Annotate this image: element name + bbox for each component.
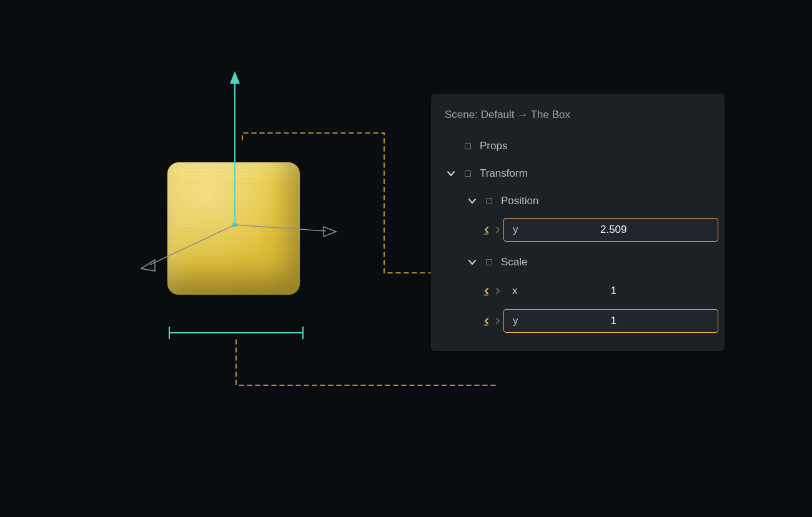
input-scale-y[interactable]: y 1 <box>503 309 718 333</box>
property-position-y: y 2.509 <box>437 215 718 245</box>
group-position[interactable]: Position <box>437 187 718 215</box>
keyframe-handle-icon[interactable] <box>481 225 503 235</box>
axis-label: x <box>512 285 518 297</box>
group-position-label: Position <box>501 195 538 207</box>
input-position-y[interactable]: y 2.509 <box>503 218 718 242</box>
group-scale-label: Scale <box>501 256 528 268</box>
group-scale[interactable]: Scale <box>437 249 718 276</box>
editor-stage: Scene: Default → The Box Props Transform… <box>0 0 812 517</box>
width-indicator <box>166 325 309 341</box>
axis-value: 2.509 <box>518 224 710 236</box>
axis-value: 1 <box>518 285 710 297</box>
breadcrumb[interactable]: Scene: Default → The Box <box>437 109 718 132</box>
svg-marker-1 <box>230 71 240 84</box>
chevron-down-icon <box>445 167 457 180</box>
property-scale-x: x 1 <box>437 276 718 306</box>
breadcrumb-scene-prefix: Scene: <box>445 109 478 121</box>
svg-marker-4 <box>324 227 336 237</box>
keyframe-dot-icon <box>486 259 492 265</box>
keyframe-handle-icon[interactable] <box>481 316 503 326</box>
keyframe-dot-icon <box>486 198 492 204</box>
axis-label: y <box>513 224 518 236</box>
property-scale-y: y 1 <box>437 306 718 336</box>
keyframe-dot-icon <box>465 170 471 177</box>
section-props[interactable]: Props <box>437 132 718 160</box>
breadcrumb-arrow: → <box>517 109 528 121</box>
breadcrumb-object-name: The Box <box>531 109 570 121</box>
chevron-down-icon <box>466 256 478 268</box>
inspector-panel: Scene: Default → The Box Props Transform… <box>431 94 725 351</box>
section-props-label: Props <box>480 140 507 152</box>
svg-marker-6 <box>141 260 155 271</box>
input-scale-x[interactable]: x 1 <box>503 279 718 303</box>
chevron-down-icon <box>466 195 478 207</box>
breadcrumb-scene-name: Default <box>481 109 515 121</box>
axis-value: 1 <box>518 315 710 327</box>
axis-label: y <box>513 315 518 327</box>
scene-object-cube[interactable] <box>167 162 300 295</box>
group-transform[interactable]: Transform <box>437 160 718 187</box>
group-transform-label: Transform <box>480 167 528 180</box>
keyframe-dot-icon <box>465 143 471 149</box>
keyframe-handle-icon[interactable] <box>481 286 503 296</box>
